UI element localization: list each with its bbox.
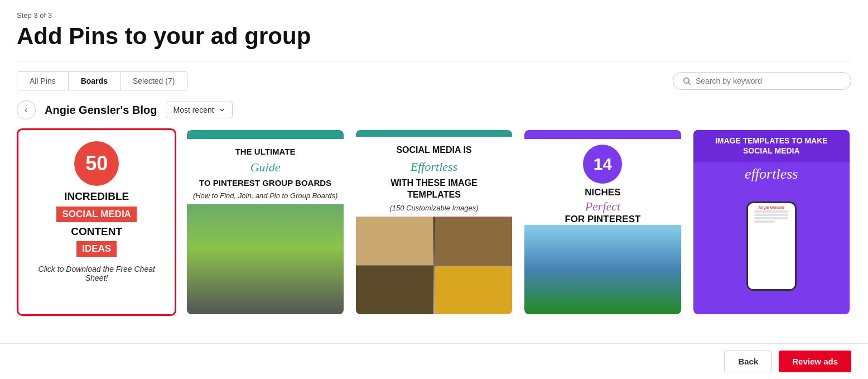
pin5-script: effortless: [745, 166, 798, 183]
pin2-script: Guide: [193, 160, 337, 175]
pin-card-4[interactable]: 14 NICHES Perfect FOR PINTEREST: [523, 128, 682, 316]
sort-label: Most recent: [173, 105, 214, 114]
pin-4-content: 14 NICHES Perfect FOR PINTEREST: [524, 130, 681, 314]
pin-2-content: THE ULTIMATE Guide TO PINTEREST GROUP BO…: [187, 130, 343, 314]
pin3-img-cell-1: [356, 217, 433, 265]
page-title: Add Pins to your ad group: [17, 23, 851, 50]
tab-all-pins[interactable]: All Pins: [17, 72, 69, 90]
pin5-phone: Angie Gensler: [746, 202, 797, 291]
pin2-header: [187, 130, 343, 139]
pin4-title: NICHES: [580, 186, 625, 199]
pin-card-3[interactable]: SOCIAL MEDIA IS Effortless WITH THESE IM…: [354, 128, 514, 316]
pin3-header: [356, 130, 512, 137]
pin4-subtitle: FOR PINTEREST: [565, 214, 640, 225]
board-back-button[interactable]: ‹: [17, 100, 36, 119]
board-nav: ‹ Angie Gensler's Blog Most recent: [17, 100, 851, 119]
pin-card-5[interactable]: IMAGE TEMPLATES TO MAKE SOCIAL MEDIA eff…: [692, 128, 851, 316]
pin5-title: IMAGE TEMPLATES TO MAKE SOCIAL MEDIA: [702, 136, 841, 156]
back-button[interactable]: Back: [724, 351, 772, 372]
pin3-subtitle: (150 Customizable Images): [361, 204, 507, 212]
search-input[interactable]: [696, 76, 842, 85]
pin1-italic: Click to Download the Free Cheat Sheet!: [27, 265, 166, 282]
tabs: All Pins Boards Selected (7): [17, 71, 187, 90]
search-box: [673, 72, 851, 90]
pin2-image: [187, 204, 343, 314]
chevron-down-icon: [219, 107, 225, 113]
pin1-text1: INCREDIBLE: [64, 190, 129, 203]
divider: [17, 61, 851, 61]
pin4-script: Perfect: [585, 199, 621, 214]
pin5-header: IMAGE TEMPLATES TO MAKE SOCIAL MEDIA: [693, 130, 850, 162]
step-label: Step 3 of 3: [17, 11, 851, 20]
review-ads-button[interactable]: Review ads: [779, 351, 851, 372]
pin-3-content: SOCIAL MEDIA IS Effortless WITH THESE IM…: [356, 130, 512, 314]
pin3-text2: WITH THESE IMAGE TEMPLATES: [361, 174, 507, 204]
pin-card-2[interactable]: THE ULTIMATE Guide TO PINTEREST GROUP BO…: [185, 128, 345, 316]
pin4-circle: 14: [583, 145, 622, 184]
pin3-img-cell-2: [435, 217, 512, 265]
pin-1-content: 50 INCREDIBLE SOCIAL MEDIA CONTENT IDEAS…: [18, 130, 175, 314]
pin1-text2: CONTENT: [71, 226, 122, 238]
pin-5-content: IMAGE TEMPLATES TO MAKE SOCIAL MEDIA eff…: [693, 130, 850, 314]
pin3-img-cell-4: [435, 266, 512, 314]
pin4-header: [524, 130, 681, 139]
board-title: Angie Gensler's Blog: [45, 104, 157, 117]
pin4-image: [524, 225, 681, 314]
pin3-script: Effortless: [361, 160, 507, 174]
pin2-title: THE ULTIMATE: [193, 143, 337, 160]
pin5-phone-area: Angie Gensler: [702, 186, 841, 306]
pin3-title: SOCIAL MEDIA IS: [361, 141, 507, 160]
bottom-bar: Back Review ads: [0, 343, 868, 379]
pin-card-1[interactable]: 50 INCREDIBLE SOCIAL MEDIA CONTENT IDEAS…: [17, 128, 176, 316]
pin2-text2: TO PINTEREST GROUP BOARDS: [193, 175, 337, 191]
tab-boards[interactable]: Boards: [69, 72, 120, 90]
sort-dropdown[interactable]: Most recent: [166, 102, 232, 118]
pin3-img-cell-3: [356, 266, 433, 314]
svg-point-0: [684, 78, 689, 83]
pin2-subtitle: (How to Find, Join, and Pin to Group Boa…: [193, 191, 337, 200]
tab-selected[interactable]: Selected (7): [120, 72, 187, 90]
pin5-phone-label: Angie Gensler: [758, 205, 784, 209]
pin1-badge2: IDEAS: [76, 241, 117, 257]
pin1-badge1: SOCIAL MEDIA: [56, 207, 136, 222]
pin1-number: 50: [74, 141, 119, 186]
pins-grid: 50 INCREDIBLE SOCIAL MEDIA CONTENT IDEAS…: [17, 128, 851, 316]
tab-bar: All Pins Boards Selected (7): [17, 71, 851, 90]
pin3-image: [356, 217, 512, 314]
svg-line-1: [688, 83, 691, 85]
pin5-phone-screen: Angie Gensler: [748, 203, 795, 289]
pin5-phone-lines: [754, 209, 788, 224]
search-icon: [682, 76, 691, 85]
